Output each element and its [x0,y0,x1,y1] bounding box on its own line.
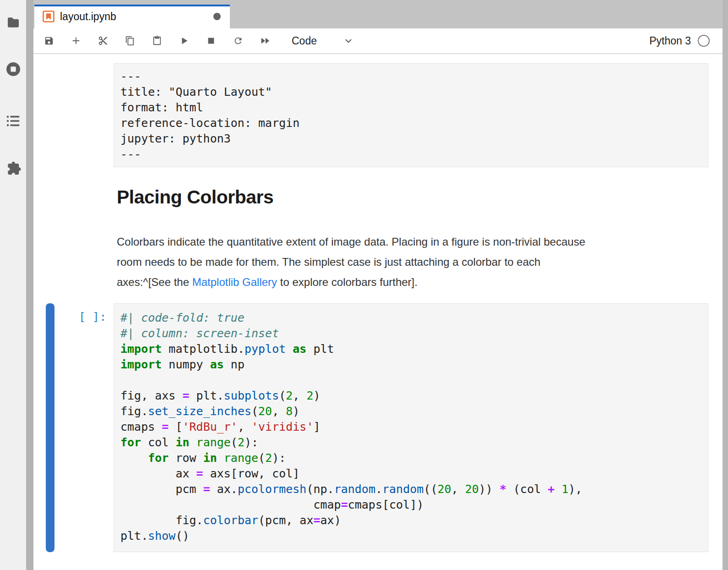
unsaved-changes-dot[interactable] [213,13,221,20]
code-line: fig.set_size_inches(20, 8) [120,404,701,419]
cell-type-value: Code [292,35,317,47]
raw-cell-yaml[interactable]: --- title: "Quarto Layout" format: html … [114,63,708,167]
code-line: import numpy as np [120,357,701,373]
code-cell-editor[interactable]: #| code-fold: true#| column: screen-inse… [114,303,708,552]
code-line: cmaps = ['RdBu_r', 'viridis'] [120,419,701,435]
extensions-icon[interactable] [6,160,22,176]
markdown-heading: Placing Colorbars [117,186,712,208]
paste-icon[interactable] [152,36,162,46]
restart-kernel-icon[interactable] [233,36,243,46]
toolbar-icon-group [33,36,270,46]
notebook-toolbar: Code Python 3 [33,28,723,54]
code-line: fig, axs = plt.subplots(2, 2) [120,388,701,404]
kernel-indicator: Python 3 [649,28,710,53]
sidebar-divider[interactable] [26,0,33,570]
code-line: plt.show() [120,528,701,544]
code-line: for col in range(2): [120,435,701,450]
markdown-paragraph-line: axes:^[See the Matplotlib Gallery to exp… [117,272,712,292]
yaml-frontmatter-text: --- title: "Quarto Layout" format: html … [120,69,701,162]
matplotlib-gallery-link[interactable]: Matplotlib Gallery [192,276,277,288]
save-icon[interactable] [44,36,54,46]
code-line: #| code-fold: true [120,310,701,326]
active-tab-indicator [34,5,230,6]
kernel-status-icon[interactable] [698,35,710,47]
run-all-icon[interactable] [260,36,270,46]
chevron-down-icon [343,36,353,46]
active-cell-collapser[interactable] [46,303,54,552]
cell-type-dropdown[interactable]: Code [292,35,353,47]
run-icon[interactable] [179,36,189,46]
code-line: #| column: screen-inset [120,326,701,341]
code-line [120,373,701,388]
kernel-name: Python 3 [649,35,691,47]
code-line: pcm = ax.pcolormesh(np.random.random((20… [120,482,701,497]
add-cell-icon[interactable] [71,36,81,46]
dock-tab-bar: layout.ipynb [33,0,723,28]
code-line: cmap=cmaps[col]) [120,497,701,513]
notebook-file-icon [43,11,54,22]
notebook-panel: --- title: "Quarto Layout" format: html … [33,54,723,570]
code-line: for row in range(2): [120,450,701,466]
table-of-contents-icon[interactable] [6,114,21,128]
tab-title: layout.ipynb [60,11,116,23]
markdown-cell[interactable]: Placing Colorbars Colorbars indicate the… [117,186,712,292]
tab-layout-ipynb[interactable]: layout.ipynb [34,5,230,28]
window-edge-scrollbar[interactable] [723,0,728,570]
code-line: ax = axs[row, col] [120,466,701,482]
jupyterlab-window: { "tab": { "title": "layout.ipynb", "mod… [0,0,728,570]
code-line: import matplotlib.pyplot as plt [120,341,701,357]
markdown-paragraph-line: Colorbars indicate the quantitative exte… [117,232,712,252]
cut-icon[interactable] [98,36,108,46]
code-line: fig.colorbar(pcm, ax=ax) [120,513,701,528]
markdown-paragraph: Colorbars indicate the quantitative exte… [117,232,712,292]
file-browser-icon[interactable] [6,15,21,30]
copy-icon[interactable] [125,36,135,46]
markdown-paragraph-line: room needs to be made for them. The simp… [117,252,712,272]
cell-input-prompt: [ ]: [79,309,106,325]
running-kernels-icon[interactable] [5,61,22,77]
activity-sidebar [0,0,26,570]
stop-icon[interactable] [206,36,216,46]
